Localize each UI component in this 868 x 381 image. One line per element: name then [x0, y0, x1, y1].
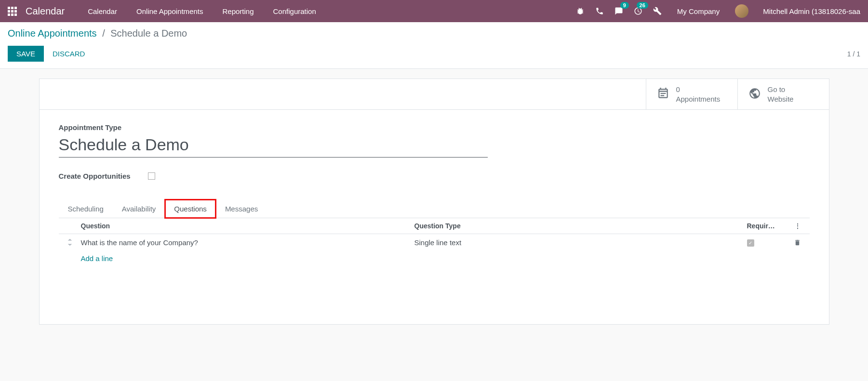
save-button[interactable]: SAVE: [8, 46, 44, 62]
stat-appointments-button[interactable]: 0 Appointments: [646, 79, 737, 109]
breadcrumb-current: Schedule a Demo: [110, 28, 187, 39]
apps-menu-icon[interactable]: [8, 7, 17, 16]
stat-website-line1: Go to: [768, 85, 794, 94]
app-title[interactable]: Calendar: [26, 6, 65, 17]
tools-icon[interactable]: [653, 7, 662, 15]
tab-messages[interactable]: Messages: [216, 199, 267, 218]
header-question-type[interactable]: Question Type: [414, 222, 747, 230]
stat-buttons: 0 Appointments Go to Website: [40, 79, 829, 110]
stat-website-button[interactable]: Go to Website: [737, 79, 829, 109]
activities-icon[interactable]: 26: [634, 7, 642, 15]
user-menu[interactable]: Mitchell Admin (13818026-saa: [763, 7, 860, 15]
nav-link-calendar[interactable]: Calendar: [78, 1, 127, 21]
stat-appointments-label: Appointments: [676, 94, 721, 104]
avatar[interactable]: [735, 4, 748, 18]
tab-questions[interactable]: Questions: [165, 199, 216, 218]
form-sheet: 0 Appointments Go to Website Appointment…: [39, 79, 829, 325]
activities-badge: 26: [637, 2, 648, 9]
globe-icon: [748, 87, 761, 101]
breadcrumb-parent[interactable]: Online Appointments: [8, 28, 97, 39]
breadcrumb: Online Appointments / Schedule a Demo: [8, 28, 187, 39]
bug-icon[interactable]: [576, 7, 585, 15]
table-row[interactable]: What is the name of your Company? Single…: [59, 234, 810, 250]
messages-icon[interactable]: 9: [614, 7, 623, 15]
messages-badge: 9: [620, 2, 629, 9]
nav-link-online-appointments[interactable]: Online Appointments: [127, 1, 213, 21]
form-container: 0 Appointments Go to Website Appointment…: [0, 69, 868, 325]
delete-row-icon[interactable]: [786, 238, 810, 247]
appointment-type-label: Appointment Type: [59, 123, 810, 131]
drag-handle-icon[interactable]: [59, 239, 81, 246]
company-switcher[interactable]: My Company: [677, 7, 720, 15]
nav-link-reporting[interactable]: Reporting: [213, 1, 263, 21]
tab-scheduling[interactable]: Scheduling: [59, 199, 113, 218]
tab-availability[interactable]: Availability: [113, 199, 165, 218]
nav-link-configuration[interactable]: Configuration: [264, 1, 326, 21]
create-opportunities-label: Create Opportunities: [59, 172, 131, 180]
add-line-button[interactable]: Add a line: [59, 250, 810, 266]
discard-button[interactable]: DISCARD: [53, 50, 85, 58]
nav-links: Calendar Online Appointments Reporting C…: [78, 1, 326, 21]
create-opportunities-checkbox[interactable]: [148, 172, 155, 180]
top-navbar: Calendar Calendar Online Appointments Re…: [0, 0, 868, 22]
columns-menu-icon[interactable]: ⋮: [786, 222, 810, 230]
stat-appointments-count: 0: [676, 85, 721, 94]
control-panel: Online Appointments / Schedule a Demo SA…: [0, 22, 868, 69]
row-question-text[interactable]: What is the name of your Company?: [81, 238, 414, 247]
stat-website-line2: Website: [768, 94, 794, 104]
row-question-type[interactable]: Single line text: [414, 238, 747, 247]
tabs: Scheduling Availability Questions Messag…: [59, 199, 810, 218]
header-required[interactable]: Requir…: [747, 222, 786, 230]
calendar-icon: [657, 87, 669, 101]
header-question[interactable]: Question: [81, 222, 414, 230]
phone-icon[interactable]: [595, 7, 604, 15]
nav-icons: 9 26 My Company Mitchell Admin (13818026…: [576, 4, 860, 18]
pager[interactable]: 1 / 1: [847, 50, 860, 58]
appointment-type-input[interactable]: [59, 134, 488, 158]
questions-table: Question Question Type Requir… ⋮ What is…: [59, 218, 810, 266]
row-required-checkbox[interactable]: ✓: [747, 239, 754, 247]
questions-table-header: Question Question Type Requir… ⋮: [59, 218, 810, 234]
